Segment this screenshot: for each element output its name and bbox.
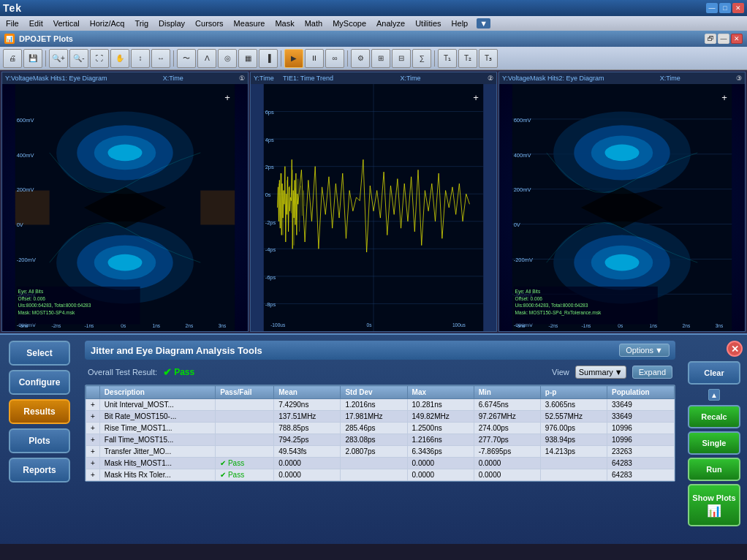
row-mean: 788.85ps bbox=[274, 423, 341, 434]
row-passfail bbox=[216, 423, 274, 434]
row-expand-icon[interactable]: + bbox=[86, 458, 100, 469]
clear-button[interactable]: Clear bbox=[688, 361, 740, 385]
recalc-button[interactable]: Recalc bbox=[688, 405, 740, 428]
row-pp: 976.00ps bbox=[540, 423, 607, 434]
row-expand-icon[interactable]: + bbox=[86, 446, 100, 458]
row-expand-icon[interactable]: + bbox=[86, 399, 100, 411]
toolbar-math2-btn[interactable]: ∑ bbox=[412, 49, 431, 68]
menu-myscope[interactable]: MyScope bbox=[328, 18, 371, 29]
plots-button[interactable]: Plots bbox=[9, 428, 70, 453]
plot-3-body[interactable]: 600mV 400mV 200mV 0V -200mV -400mV -600m… bbox=[499, 84, 745, 331]
window-minimize-button[interactable]: — bbox=[718, 34, 729, 44]
run-button[interactable]: Run bbox=[688, 458, 740, 481]
select-button[interactable]: Select bbox=[9, 341, 70, 366]
row-min: 277.70ps bbox=[474, 434, 540, 446]
row-max: 6.3436ps bbox=[407, 446, 474, 458]
plot-2-header: Y:Time TIE1: Time Trend X:Time ② bbox=[251, 72, 496, 84]
row-expand-icon[interactable]: + bbox=[86, 469, 100, 481]
toolbar-zoom-out-btn[interactable]: 🔍- bbox=[69, 49, 88, 68]
toolbar-ref2-btn[interactable]: ⊟ bbox=[392, 49, 411, 68]
row-min: -7.8695ps bbox=[474, 446, 540, 458]
row-expand-icon[interactable]: + bbox=[86, 411, 100, 423]
os-title-bar: Tek — □ ✕ bbox=[0, 0, 747, 16]
reports-button[interactable]: Reports bbox=[9, 458, 70, 483]
menu-trig[interactable]: Trig bbox=[130, 18, 153, 29]
os-close-button[interactable]: ✕ bbox=[732, 3, 744, 13]
window-close-button[interactable]: ✕ bbox=[731, 34, 743, 44]
toolbar-cursor2-btn[interactable]: ↔ bbox=[151, 49, 170, 68]
show-plots-icon: 📊 bbox=[707, 504, 721, 518]
row-description: Bit Rate_MOST150-... bbox=[99, 411, 215, 423]
row-expand-icon[interactable]: + bbox=[86, 434, 100, 446]
toolbar-zoom-in-btn[interactable]: 🔍+ bbox=[49, 49, 68, 68]
maximize-button[interactable]: □ bbox=[719, 3, 731, 13]
window-title-bar: 📊 DPOJET Plots 🗗 — ✕ bbox=[0, 31, 747, 47]
menu-display[interactable]: Display bbox=[154, 18, 189, 29]
menu-vertical[interactable]: Vertical bbox=[49, 18, 84, 29]
menu-help[interactable]: Help bbox=[447, 18, 473, 29]
window-restore-button[interactable]: 🗗 bbox=[705, 34, 716, 44]
right-sidebar: ✕ Clear ▲ Recalc Single Run Show Plots 📊 bbox=[681, 335, 747, 544]
toolbar-cursor-btn[interactable]: ↕ bbox=[131, 49, 150, 68]
plot-2-body[interactable]: 6ps 4ps 2ps 0s -2ps -4ps -6ps -8ps -100u… bbox=[251, 84, 496, 331]
menu-math[interactable]: Math bbox=[300, 18, 327, 29]
col-description: Description bbox=[99, 386, 215, 399]
menu-utilities[interactable]: Utilities bbox=[411, 18, 445, 29]
configure-button[interactable]: Configure bbox=[9, 370, 70, 395]
pass-icon: ✔ Pass bbox=[220, 471, 244, 479]
row-population: 10996 bbox=[607, 423, 675, 434]
menu-edit[interactable]: Edit bbox=[25, 18, 48, 29]
toolbar-eye-btn[interactable]: ◎ bbox=[218, 49, 237, 68]
toolbar-t1-btn[interactable]: T₁ bbox=[438, 49, 457, 68]
menu-cursors[interactable]: Cursors bbox=[191, 18, 228, 29]
single-button[interactable]: Single bbox=[688, 431, 740, 455]
svg-text:+: + bbox=[473, 92, 479, 103]
menu-dropdown-icon[interactable]: ▼ bbox=[477, 18, 490, 29]
options-button[interactable]: Options ▼ bbox=[619, 344, 670, 357]
menu-measure[interactable]: Measure bbox=[230, 18, 270, 29]
toolbar-sep-1 bbox=[45, 50, 46, 67]
toolbar-bar-btn[interactable]: ▐ bbox=[259, 49, 278, 68]
toolbar-print-btn[interactable]: 🖨 bbox=[3, 49, 22, 68]
row-expand-icon[interactable]: + bbox=[86, 423, 100, 434]
table-wrapper[interactable]: Description Pass/Fail Mean Std Dev Max M… bbox=[85, 385, 675, 482]
menu-mask[interactable]: Mask bbox=[270, 18, 298, 29]
toolbar-config-btn[interactable]: ⚙ bbox=[351, 49, 370, 68]
toolbar-ref-btn[interactable]: ⊞ bbox=[371, 49, 390, 68]
summary-label: Summary bbox=[579, 368, 613, 377]
toolbar-waveform-btn[interactable]: 〜 bbox=[177, 49, 196, 68]
toolbar-zoom-fit-btn[interactable]: ⛶ bbox=[90, 49, 109, 68]
row-max: 1.2500ns bbox=[407, 423, 474, 434]
row-pp: 938.94ps bbox=[540, 434, 607, 446]
summary-dropdown[interactable]: Summary ▼ bbox=[575, 366, 626, 379]
show-plots-label: Show Plots bbox=[692, 493, 735, 502]
toolbar-fft-btn[interactable]: Ʌ bbox=[197, 49, 216, 68]
plot-2-ylabel: Y:Time TIE1: Time Trend bbox=[254, 75, 333, 82]
menu-analyze[interactable]: Analyze bbox=[372, 18, 409, 29]
toolbar-active-btn[interactable]: ▶ bbox=[284, 49, 303, 68]
menu-horiz[interactable]: Horiz/Acq bbox=[86, 18, 129, 29]
toolbar-save-btn[interactable]: 💾 bbox=[23, 49, 42, 68]
toolbar-t2-btn[interactable]: T₂ bbox=[458, 49, 477, 68]
row-min: 274.00ps bbox=[474, 423, 540, 434]
toolbar-freerun-btn[interactable]: ∞ bbox=[325, 49, 344, 68]
plot-2: Y:Time TIE1: Time Trend X:Time ② bbox=[250, 72, 497, 332]
row-min: 0.0000 bbox=[474, 458, 540, 469]
scroll-up-icon[interactable]: ▲ bbox=[708, 389, 720, 401]
minimize-button[interactable]: — bbox=[706, 3, 718, 13]
toolbar-t3-btn[interactable]: T₃ bbox=[479, 49, 498, 68]
table-row: + Mask Hits_MOST1... ✔ Pass 0.0000 0.000… bbox=[86, 458, 675, 469]
toolbar-pan-btn[interactable]: ✋ bbox=[110, 49, 129, 68]
toolbar-hist-btn[interactable]: ▦ bbox=[238, 49, 257, 68]
svg-text:-200mV: -200mV bbox=[514, 257, 533, 263]
toolbar-stop-btn[interactable]: ⏸ bbox=[305, 49, 324, 68]
show-plots-button[interactable]: Show Plots 📊 bbox=[688, 484, 740, 526]
expand-button[interactable]: Expand bbox=[632, 366, 672, 379]
results-button[interactable]: Results bbox=[9, 399, 70, 424]
row-max: 0.0000 bbox=[407, 458, 474, 469]
plot-1-body[interactable]: 600mV 400mV 200mV 0V -200mV -400mV -600m… bbox=[2, 84, 248, 331]
row-stddev: 17.981MHz bbox=[341, 411, 407, 423]
row-description: Fall Time_MOST15... bbox=[99, 434, 215, 446]
menu-file[interactable]: File bbox=[1, 18, 23, 29]
panel-close-button[interactable]: ✕ bbox=[727, 341, 743, 357]
